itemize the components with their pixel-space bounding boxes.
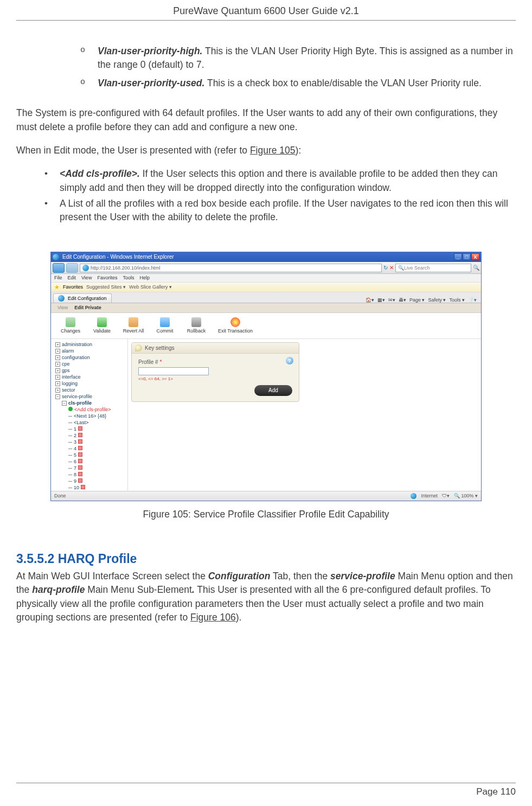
tree-profile-item[interactable]: 1: [52, 426, 126, 432]
figure-ref-link[interactable]: Figure 106: [190, 612, 236, 623]
mail-icon[interactable]: ✉▾: [388, 297, 395, 303]
term-configuration: Configuration: [208, 571, 271, 581]
favorites-bar: ★ Favorites Suggested Sites ▾ Web Slice …: [51, 283, 481, 292]
stop-icon[interactable]: ✕: [389, 265, 394, 271]
tree-action-add[interactable]: <Add cls-profile>: [52, 406, 126, 413]
exit-transaction-button[interactable]: Exit Transaction: [214, 317, 257, 334]
commit-button[interactable]: Commit: [151, 317, 179, 334]
forward-button[interactable]: [66, 263, 78, 273]
menu-edit[interactable]: Edit: [68, 275, 76, 280]
delete-icon[interactable]: [78, 452, 82, 457]
search-input[interactable]: 🔍Live Search: [395, 264, 471, 272]
address-bar[interactable]: http://192.168.200.10/index.html: [80, 264, 382, 272]
tab-edit-config[interactable]: Edit Configuration: [53, 293, 112, 303]
back-button[interactable]: [53, 263, 65, 273]
search-go-icon[interactable]: 🔍: [473, 265, 479, 271]
view-mode-bar: View Edit Private: [51, 303, 481, 313]
status-bar: Done Internet 🛡▾ 🔍 100% ▾: [51, 491, 481, 501]
window-titlebar[interactable]: Edit Configuration - Windows Internet Ex…: [51, 252, 481, 262]
favorites-label[interactable]: Favorites: [63, 284, 83, 290]
page-footer: Page 110: [16, 783, 516, 797]
delete-icon[interactable]: [78, 459, 82, 463]
help-icon[interactable]: ❔▾: [468, 297, 477, 303]
menu-tools[interactable]: Tools: [123, 275, 134, 280]
tree-profile-item[interactable]: 5: [52, 452, 126, 458]
close-button[interactable]: X: [471, 253, 479, 260]
view-tab[interactable]: View: [57, 305, 68, 310]
tree-action-next[interactable]: <Next 16> {48}: [52, 413, 126, 419]
menu-view[interactable]: View: [81, 275, 92, 280]
para-text: ):: [296, 145, 302, 156]
tree-node-service-profile[interactable]: −service-profile: [52, 393, 126, 400]
delete-icon[interactable]: [78, 465, 82, 470]
changes-icon: [66, 317, 75, 327]
revert-all-button[interactable]: Revert All: [119, 317, 148, 334]
internet-label: Internet: [421, 493, 438, 498]
tree-profile-item[interactable]: 2: [52, 432, 126, 439]
menu-favorites[interactable]: Favorites: [97, 275, 117, 280]
tree-profile-item[interactable]: 7: [52, 465, 126, 471]
profile-number-input[interactable]: [138, 367, 209, 375]
figure-ref-link[interactable]: Figure 105: [250, 145, 296, 156]
delete-icon[interactable]: [78, 426, 82, 431]
changes-button[interactable]: Changes: [56, 317, 85, 334]
tree-action-last[interactable]: <Last>: [52, 419, 126, 426]
safety-menu[interactable]: Safety ▾: [428, 297, 446, 303]
section-number: 3.5.5.2: [16, 552, 54, 566]
edit-private-tab[interactable]: Edit Private: [74, 305, 101, 310]
protected-mode-icon[interactable]: 🛡▾: [442, 493, 450, 498]
globe-icon: [58, 295, 65, 302]
tree-profile-item[interactable]: 10: [52, 484, 126, 491]
zoom-label[interactable]: 🔍 100% ▾: [454, 493, 478, 498]
paragraph: The System is pre-configured with 64 def…: [16, 106, 516, 134]
fav-link[interactable]: Web Slice Gallery ▾: [129, 284, 172, 290]
delete-icon[interactable]: [81, 485, 85, 489]
refresh-icon[interactable]: ↻: [383, 265, 388, 271]
tree-node-alarm[interactable]: +alarm: [52, 348, 126, 354]
tree-profile-item[interactable]: 3: [52, 439, 126, 445]
commit-icon: [160, 317, 170, 327]
help-icon[interactable]: ?: [286, 357, 293, 364]
paragraph: When in Edit mode, the User is presented…: [16, 144, 516, 157]
window-title: Edit Configuration - Windows Internet Ex…: [61, 254, 454, 260]
doc-header: PureWave Quantum 6600 User Guide v2.1: [16, 0, 516, 21]
tree-node-administration[interactable]: +administration: [52, 341, 126, 348]
minimize-button[interactable]: _: [454, 253, 462, 260]
validate-button[interactable]: Validate: [88, 317, 116, 334]
menu-file[interactable]: File: [54, 275, 62, 280]
tree-profile-item[interactable]: 9: [52, 478, 126, 484]
field-hint: <=0, <= 64, >= 1>: [138, 376, 292, 381]
tree-profile-item[interactable]: 6: [52, 458, 126, 465]
tree-node-logging[interactable]: +logging: [52, 380, 126, 387]
tree-node-sector[interactable]: +sector: [52, 387, 126, 393]
maximize-button[interactable]: □: [463, 253, 471, 260]
tree-profile-item[interactable]: 8: [52, 471, 126, 478]
delete-icon[interactable]: [78, 478, 82, 483]
fav-link[interactable]: Suggested Sites ▾: [86, 284, 126, 290]
star-icon[interactable]: ★: [54, 284, 60, 291]
menu-help[interactable]: Help: [139, 275, 150, 280]
tree-profile-item[interactable]: 4: [52, 445, 126, 452]
sublist-text: This is a check box to enable/disable th…: [204, 78, 481, 88]
para-text: When in Edit mode, the User is presented…: [16, 145, 250, 156]
page-menu[interactable]: Page ▾: [409, 297, 425, 303]
tree-node-cpe[interactable]: +cpe: [52, 361, 126, 367]
tree-node-cls-profile[interactable]: −cls-profile: [52, 400, 126, 406]
tree-node-gps[interactable]: +gps: [52, 367, 126, 374]
section-body: At Main Web GUI Interface Screen select …: [16, 570, 516, 625]
tree-node-configuration[interactable]: +configuration: [52, 354, 126, 361]
home-icon[interactable]: 🏠▾: [366, 297, 374, 303]
status-text: Done: [54, 493, 66, 498]
tools-menu[interactable]: Tools ▾: [449, 297, 465, 303]
delete-icon[interactable]: [78, 472, 82, 476]
tree-node-interface[interactable]: +interface: [52, 374, 126, 380]
delete-icon[interactable]: [78, 433, 82, 437]
delete-icon[interactable]: [78, 446, 82, 450]
sublist-term: Vlan-user-priority-high.: [98, 46, 202, 56]
btn-label: Exit Transaction: [218, 328, 253, 334]
print-icon[interactable]: 🖶▾: [399, 297, 406, 303]
rollback-button[interactable]: Rollback: [182, 317, 210, 334]
feeds-icon[interactable]: ▦▾: [377, 297, 385, 303]
add-button[interactable]: Add: [254, 385, 292, 396]
delete-icon[interactable]: [78, 439, 82, 444]
